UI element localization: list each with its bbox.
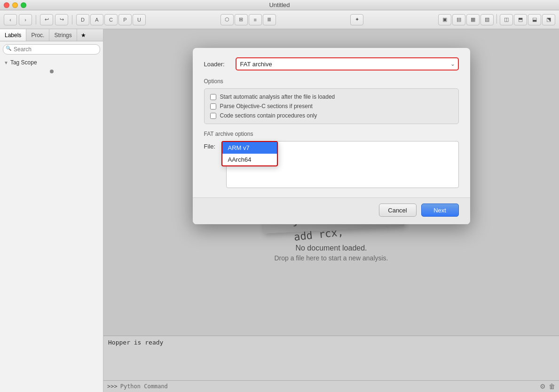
- cancel-button[interactable]: Cancel: [379, 204, 417, 217]
- toolbar: ‹ › ↩ ↪ D A C P U ⬡ ⊞ ≡ ≣ ✦ ▣ ▤ ▦ ▧ ◫ ⬒ …: [0, 10, 559, 29]
- toolbar-right-group: ▣ ▤ ▦ ▧ ◫ ⬒ ⬓ ⬔: [438, 14, 555, 25]
- center-btn-2[interactable]: ⊞: [235, 14, 248, 25]
- sidebar-dot: [50, 70, 54, 73]
- toolbar-center-group: ⬡ ⊞ ≡ ≣: [220, 14, 276, 25]
- center-btn-4[interactable]: ≣: [263, 14, 276, 25]
- sidebar-tabs: Labels Proc. Strings ★: [0, 29, 103, 41]
- option-text-1: Start automatic analysis after the file …: [220, 94, 335, 100]
- option-checkbox-2[interactable]: [210, 103, 216, 110]
- back-button[interactable]: ‹: [4, 14, 17, 25]
- toolbar-separator-1: [36, 15, 36, 24]
- maximize-button[interactable]: [21, 2, 26, 8]
- c-button[interactable]: C: [104, 14, 118, 25]
- d-button[interactable]: D: [76, 14, 89, 25]
- option-row-3: Code sections contain procedures only: [210, 112, 453, 119]
- modal-overlay: Loader: FAT archive Mach-O ELF PE Raw ⌄: [103, 29, 559, 392]
- next-button[interactable]: Next: [421, 204, 459, 217]
- minimize-button[interactable]: [12, 2, 18, 8]
- loader-label: Loader:: [204, 61, 230, 68]
- view-btn-5[interactable]: ✦: [350, 14, 363, 25]
- options-box: Start automatic analysis after the file …: [204, 88, 459, 124]
- fat-file-row: File: ARM v7 AArch64: [204, 141, 459, 188]
- options-section-label: Options: [204, 78, 459, 85]
- analysis-buttons: D A C P U: [76, 14, 146, 25]
- search-container: [3, 44, 100, 55]
- sidebar-tab-proc[interactable]: Proc.: [26, 29, 49, 41]
- window-title: Untitled: [269, 1, 290, 8]
- toolbar-separator-3: [496, 14, 497, 24]
- option-checkbox-1[interactable]: [210, 94, 216, 100]
- right-btn-2[interactable]: ▤: [452, 14, 465, 25]
- fat-dropdown-item-armv7[interactable]: ARM v7: [222, 142, 277, 154]
- option-text-2: Parse Objective-C sections if present: [220, 103, 313, 110]
- right-btn-3[interactable]: ▦: [466, 14, 480, 25]
- option-text-3: Code sections contain procedures only: [220, 112, 317, 119]
- sidebar-tab-labels[interactable]: Labels: [0, 29, 26, 41]
- content-area: j.aaducmp qjne 0xadd rcx, No document lo…: [103, 29, 559, 392]
- fat-section-label: FAT archive options: [204, 131, 459, 137]
- sidebar-tab-star[interactable]: ★: [77, 29, 90, 41]
- dialog-buttons: Cancel Next: [193, 197, 470, 224]
- sidebar-tag-scope[interactable]: ▼ Tag Scope: [0, 57, 103, 68]
- close-button[interactable]: [4, 2, 9, 8]
- main-layout: Labels Proc. Strings ★ ▼ Tag Scope j.aad…: [0, 29, 559, 392]
- forward-button[interactable]: ›: [19, 14, 32, 25]
- fat-dropdown-item-aarch64[interactable]: AArch64: [222, 154, 277, 165]
- option-row-2: Parse Objective-C sections if present: [210, 103, 453, 110]
- sidebar: Labels Proc. Strings ★ ▼ Tag Scope: [0, 29, 103, 392]
- dialog: Loader: FAT archive Mach-O ELF PE Raw ⌄: [193, 48, 470, 224]
- center-btn-1[interactable]: ⬡: [220, 14, 234, 25]
- option-checkbox-3[interactable]: [210, 113, 216, 119]
- loader-select[interactable]: FAT archive Mach-O ELF PE Raw: [236, 57, 459, 71]
- center-btn-3[interactable]: ≡: [249, 14, 262, 25]
- fat-list-wrapper: ARM v7 AArch64: [226, 141, 459, 188]
- right-btn-1[interactable]: ▣: [438, 14, 451, 25]
- right-btn-6[interactable]: ⬒: [514, 14, 527, 25]
- option-row-1: Start automatic analysis after the file …: [210, 94, 453, 100]
- tag-scope-label: Tag Scope: [10, 59, 37, 66]
- titlebar: Untitled: [0, 0, 559, 10]
- sidebar-search-wrapper: [3, 44, 100, 55]
- u-button[interactable]: U: [133, 14, 146, 25]
- sidebar-tab-strings[interactable]: Strings: [49, 29, 77, 41]
- redo-button[interactable]: ↪: [55, 14, 68, 25]
- right-btn-8[interactable]: ⬔: [542, 14, 555, 25]
- tag-scope-arrow: ▼: [4, 60, 8, 65]
- fat-dropdown: ARM v7 AArch64: [221, 141, 278, 166]
- right-btn-5[interactable]: ◫: [500, 14, 513, 25]
- p-button[interactable]: P: [118, 14, 132, 25]
- a-button[interactable]: A: [90, 14, 103, 25]
- search-input[interactable]: [3, 44, 100, 55]
- dialog-body: Loader: FAT archive Mach-O ELF PE Raw ⌄: [193, 48, 470, 197]
- window-controls[interactable]: [4, 2, 26, 8]
- toolbar-separator-2: [72, 15, 72, 24]
- right-btn-4[interactable]: ▧: [480, 14, 494, 25]
- loader-row: Loader: FAT archive Mach-O ELF PE Raw ⌄: [204, 57, 459, 71]
- loader-select-wrapper: FAT archive Mach-O ELF PE Raw ⌄: [236, 57, 459, 71]
- fat-file-label: File:: [204, 141, 220, 150]
- right-btn-7[interactable]: ⬓: [528, 14, 541, 25]
- undo-button[interactable]: ↩: [40, 14, 53, 25]
